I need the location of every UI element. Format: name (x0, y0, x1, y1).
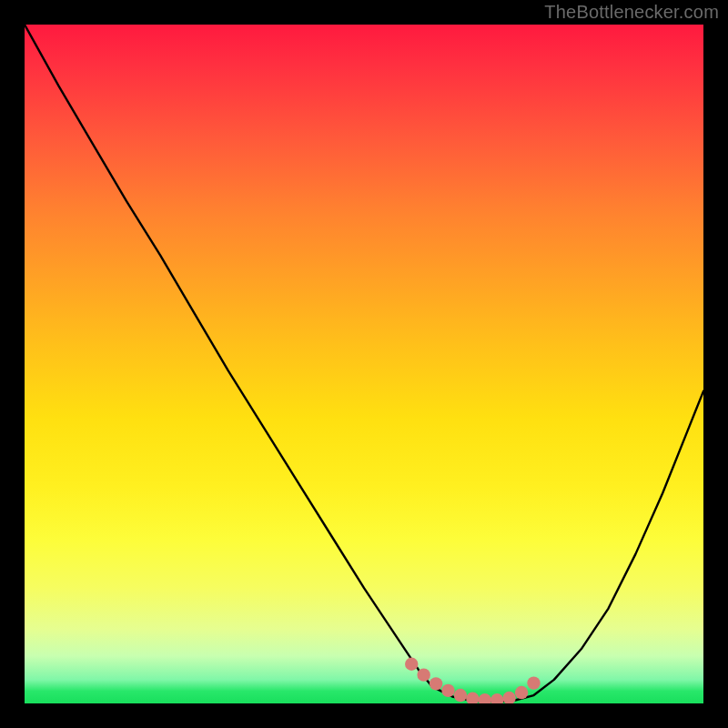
valley-marker (515, 686, 528, 699)
plot-area (25, 25, 703, 703)
valley-marker (527, 676, 540, 689)
valley-marker (441, 684, 454, 697)
valley-marker (405, 658, 418, 671)
valley-marker (502, 692, 515, 703)
bottleneck-curve (25, 25, 703, 703)
valley-marker (466, 693, 479, 703)
valley-marker (490, 693, 503, 703)
valley-marker (479, 693, 491, 703)
valley-marker (454, 689, 467, 702)
valley-marker (417, 668, 430, 681)
valley-marker (430, 677, 442, 690)
watermark-text: TheBottlenecker.com (544, 2, 719, 23)
bottleneck-curve-path (25, 25, 703, 702)
chart-stage: TheBottlenecker.com (0, 0, 728, 728)
